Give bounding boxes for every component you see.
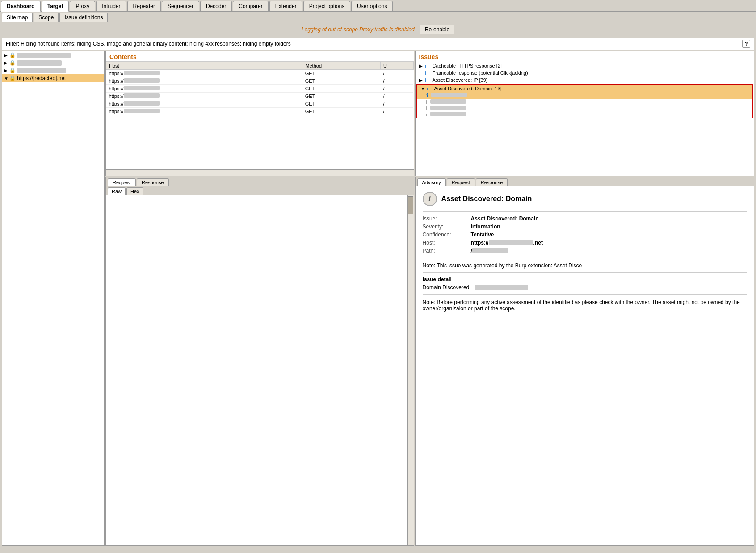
lock-icon-1: 🔒 [9, 52, 16, 58]
host-blur-0 [124, 71, 160, 75]
right-panels: Contents Host Method U https:// GET/http… [105, 51, 754, 546]
reenable-button[interactable]: Re-enable [420, 25, 454, 34]
contents-cell-host-1: https:// [106, 77, 302, 85]
issue-sub-icon-3: i [426, 112, 427, 117]
issue-info-icon-1: i [425, 70, 431, 76]
advisory-response-tab[interactable]: Response [476, 178, 508, 186]
host-blur-1 [124, 78, 160, 83]
issue-info-icon-0: i [425, 63, 431, 68]
subtab-scope[interactable]: Scope [34, 13, 59, 22]
tab-target[interactable]: Target [42, 1, 69, 12]
issue-item-2[interactable]: ▶ i Asset Discovered: IP [39] [416, 76, 754, 84]
filter-bar: Filter: Hiding not found items; hiding C… [2, 38, 754, 50]
contents-cell-u-4: / [380, 100, 413, 108]
tab-project-options[interactable]: Project options [303, 1, 350, 11]
advisory-content: i Asset Discovered: Domain Issue: Asset … [416, 186, 754, 545]
req-scrollbar-thumb [408, 196, 413, 214]
issue-sub-label-1 [430, 99, 466, 104]
advisory-tab-bar: Advisory Request Response [416, 177, 754, 186]
issue-sub-2[interactable]: i [417, 105, 752, 111]
issue-label-2: Asset Discovered: IP [39] [433, 77, 487, 83]
contents-cell-u-2: / [380, 85, 413, 93]
issue-sub-label-0 [431, 93, 467, 97]
filter-help-icon[interactable]: ? [742, 40, 750, 48]
issue-item-0[interactable]: ▶ i Cacheable HTTPS response [2] [416, 62, 754, 69]
hex-tab[interactable]: Hex [126, 187, 143, 195]
advisory-panel: Advisory Request Response i Asset Discov… [415, 177, 754, 546]
proxy-warning-bar: Logging of out-of-scope Proxy traffic is… [0, 22, 756, 37]
issue-item-3[interactable]: ▼ i Asset Discovered: Domain [13] [417, 85, 752, 92]
tree-arrow-4: ▼ [4, 76, 9, 81]
advisory-header: i Asset Discovered: Domain [423, 192, 747, 206]
req-v-scrollbar[interactable] [407, 195, 414, 545]
raw-tab[interactable]: Raw [108, 187, 126, 195]
tab-comparer[interactable]: Comparer [233, 1, 268, 11]
issue-arrow-3: ▼ [421, 86, 425, 91]
advisory-field-confidence: Confidence: Tentative [423, 232, 747, 238]
tab-decoder[interactable]: Decoder [200, 1, 232, 11]
tab-sequencer[interactable]: Sequencer [162, 1, 199, 11]
req-text-area[interactable] [106, 195, 407, 545]
issue-sub-3[interactable]: i [417, 111, 752, 118]
tree-item-4[interactable]: ▼ 🔒 https://[redacted].net [2, 74, 104, 82]
contents-cell-method-1: GET [302, 77, 381, 85]
advisory-label-path: Path: [423, 248, 467, 254]
tab-repeater[interactable]: Repeater [127, 1, 161, 11]
contents-row-5[interactable]: https:// GET/ [106, 108, 414, 115]
col-u: U [380, 62, 413, 70]
contents-cell-method-2: GET [302, 85, 381, 93]
contents-row-2[interactable]: https:// GET/ [106, 85, 414, 93]
advisory-field-issue: Issue: Asset Discovered: Domain [423, 215, 747, 222]
issue-arrow-1 [419, 71, 424, 76]
advisory-field-path: Path: / [423, 248, 747, 254]
main-area: ▶ 🔒 ▶ 🔒 ▶ 🔒 ▼ 🔒 https://[redacted].net C… [2, 51, 754, 546]
site-tree-panel: ▶ 🔒 ▶ 🔒 ▶ 🔒 ▼ 🔒 https://[redacted].net [2, 51, 105, 546]
advisory-value-path: / [471, 248, 747, 254]
advisory-divider-2 [423, 258, 747, 258]
advisory-warning-note: Note: Before performing any active asses… [423, 299, 747, 312]
issue-sub-label-2 [430, 106, 466, 110]
tab-user-options[interactable]: User options [351, 1, 393, 11]
tab-proxy[interactable]: Proxy [70, 1, 95, 11]
advisory-note: Note: This issue was generated by the Bu… [423, 262, 747, 269]
advisory-value-confidence: Tentative [471, 232, 747, 238]
issue-arrow-0: ▶ [419, 63, 424, 68]
tab-extender[interactable]: Extender [269, 1, 302, 11]
contents-h-scrollbar[interactable] [106, 169, 414, 176]
advisory-divider-4 [423, 294, 747, 295]
issue-selected-box: ▼ i Asset Discovered: Domain [13] ℹ i [416, 84, 753, 118]
advisory-tab[interactable]: Advisory [417, 178, 446, 186]
advisory-label-host: Host: [423, 240, 467, 246]
subtab-sitemap[interactable]: Site map [2, 13, 33, 22]
req-tab-response[interactable]: Response [137, 178, 169, 186]
contents-row-0[interactable]: https:// GET/ [106, 70, 414, 77]
advisory-value-host: https:// .net [471, 240, 747, 246]
tree-label-2 [17, 60, 62, 66]
issue-sub-1[interactable]: i [417, 99, 752, 105]
host-blur-3 [124, 93, 160, 98]
tree-arrow-2: ▶ [4, 60, 9, 65]
tree-item-3[interactable]: ▶ 🔒 [2, 67, 104, 74]
subtab-issue-definitions[interactable]: Issue definitions [59, 13, 108, 22]
contents-title: Contents [106, 51, 414, 61]
advisory-divider [423, 211, 747, 212]
contents-row-4[interactable]: https:// GET/ [106, 100, 414, 108]
contents-row-1[interactable]: https:// GET/ [106, 77, 414, 85]
tree-arrow-3: ▶ [4, 68, 9, 73]
sub-nav-bar: Site map Scope Issue definitions [0, 12, 756, 22]
issue-item-1[interactable]: i Frameable response (potential Clickjac… [416, 69, 754, 76]
tree-item-2[interactable]: ▶ 🔒 [2, 59, 104, 67]
contents-cell-u-5: / [380, 108, 413, 115]
advisory-request-tab[interactable]: Request [447, 178, 475, 186]
issue-sub-0[interactable]: ℹ [417, 92, 752, 99]
advisory-label-issue: Issue: [423, 215, 467, 222]
issue-label-3: Asset Discovered: Domain [13] [434, 86, 502, 91]
tree-item-1[interactable]: ▶ 🔒 [2, 51, 104, 59]
tree-arrow-1: ▶ [4, 53, 9, 58]
domain-discovered: Domain Discovered: [423, 284, 747, 291]
advisory-field-severity: Severity: Information [423, 224, 747, 230]
tab-intruder[interactable]: Intruder [96, 1, 126, 11]
tab-dashboard[interactable]: Dashboard [1, 1, 41, 12]
req-tab-request[interactable]: Request [108, 178, 136, 186]
contents-row-3[interactable]: https:// GET/ [106, 93, 414, 100]
